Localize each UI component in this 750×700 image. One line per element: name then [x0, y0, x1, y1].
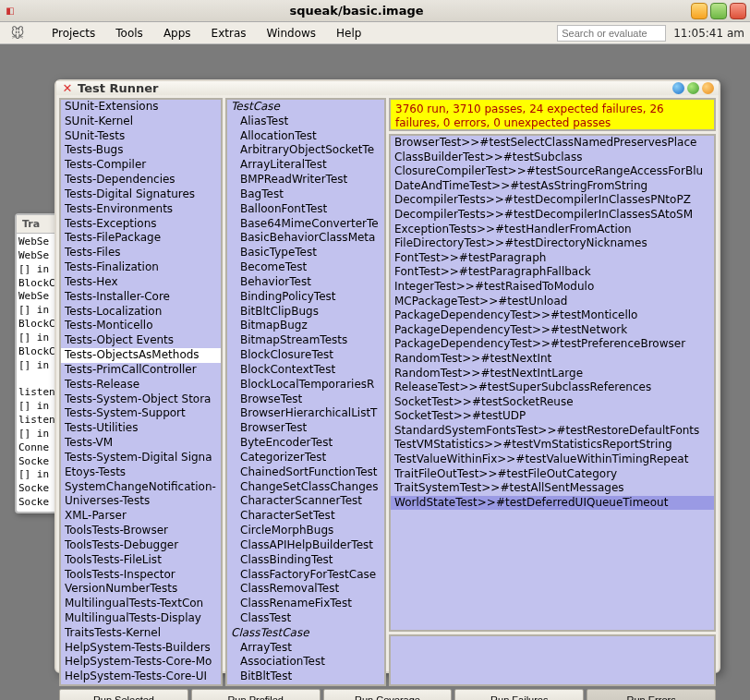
- category-item[interactable]: Tests-Installer-Core: [61, 290, 221, 305]
- class-item[interactable]: BlockLocalTemporariesR: [227, 378, 384, 392]
- class-item[interactable]: BalloonFontTest: [227, 202, 384, 217]
- category-item[interactable]: ToolsTests-Inspector: [61, 568, 221, 583]
- result-item[interactable]: MCPackageTest>>#testUnload: [391, 295, 714, 309]
- category-item[interactable]: Tests-ObjectsAsMethods: [61, 348, 221, 363]
- class-item[interactable]: Base64MimeConverterTe: [227, 217, 384, 232]
- result-item[interactable]: PackageDependencyTest>>#testPreferenceBr…: [391, 337, 714, 352]
- class-item[interactable]: BasicTypeTest: [227, 246, 384, 260]
- category-item[interactable]: Tests-Hex: [61, 275, 221, 290]
- category-item[interactable]: Tests-PrimCallController: [61, 363, 221, 378]
- class-item[interactable]: ChangeSetClassChanges: [227, 480, 384, 495]
- class-item[interactable]: BitmapStreamTests: [227, 333, 384, 348]
- result-item[interactable]: TraitSystemTest>>#testAllSentMessages: [391, 481, 714, 496]
- class-item[interactable]: BehaviorTest: [227, 275, 384, 290]
- menu-tools[interactable]: Tools: [106, 25, 152, 42]
- category-item[interactable]: ToolsTests-FileList: [61, 553, 221, 568]
- class-item[interactable]: ArrayLiteralTest: [227, 158, 384, 173]
- results-list[interactable]: BrowserTest>>#testSelectClassNamedPreser…: [389, 134, 716, 632]
- category-item[interactable]: MultilingualTests-Display: [61, 611, 221, 626]
- category-item[interactable]: SUnit-Kernel: [61, 115, 221, 129]
- class-item[interactable]: ArbitraryObjectSocketTe: [227, 143, 384, 158]
- category-item[interactable]: Tests-System-Object Stora: [61, 392, 221, 407]
- search-input[interactable]: [557, 25, 666, 42]
- maximize-button[interactable]: [710, 3, 727, 19]
- class-group-header[interactable]: TestCase: [227, 100, 384, 115]
- category-item[interactable]: VersionNumberTests: [61, 582, 221, 597]
- category-item[interactable]: Tests-System-Digital Signa: [61, 451, 221, 465]
- close-button[interactable]: [730, 3, 746, 19]
- class-item[interactable]: BagTest: [227, 187, 384, 202]
- class-item[interactable]: BindingPolicyTest: [227, 290, 384, 305]
- result-item[interactable]: ClassBuilderTest>>#testSubclass: [391, 151, 714, 165]
- menu-projects[interactable]: Projects: [42, 25, 104, 42]
- category-item[interactable]: Tests-Utilities: [61, 421, 221, 436]
- class-item[interactable]: BitBltTest: [227, 670, 384, 684]
- class-item[interactable]: CategorizerTest: [227, 451, 384, 465]
- class-item[interactable]: ChainedSortFunctionTest: [227, 465, 384, 480]
- category-item[interactable]: ToolsTests-Debugger: [61, 538, 221, 553]
- class-item[interactable]: AssociationTest: [227, 655, 384, 670]
- class-item[interactable]: BitmapBugz: [227, 319, 384, 333]
- class-item[interactable]: ClassRenameFixTest: [227, 597, 384, 611]
- class-item[interactable]: CharacterScannerTest: [227, 494, 384, 509]
- class-item[interactable]: AliasTest: [227, 115, 384, 129]
- class-item[interactable]: ClassFactoryForTestCase: [227, 568, 384, 583]
- class-item[interactable]: BrowserTest: [227, 421, 384, 436]
- category-item[interactable]: Tests-Files: [61, 246, 221, 260]
- result-item[interactable]: BrowserTest>>#testSelectClassNamedPreser…: [391, 136, 714, 151]
- result-item[interactable]: SocketTest>>#testUDP: [391, 409, 714, 424]
- run-profiled-button[interactable]: Run Profiled: [191, 689, 321, 700]
- class-item[interactable]: ArrayTest: [227, 641, 384, 656]
- result-item[interactable]: TraitFileOutTest>>#testFileOutCategory: [391, 467, 714, 482]
- category-item[interactable]: Tests-Finalization: [61, 260, 221, 275]
- class-item[interactable]: BrowserHierarchicalListT: [227, 406, 384, 421]
- category-item[interactable]: SystemChangeNotification-: [61, 480, 221, 495]
- category-item[interactable]: Tests-System-Support: [61, 406, 221, 421]
- category-item[interactable]: Tests-Exceptions: [61, 217, 221, 232]
- run-coverage-button[interactable]: Run Coverage: [323, 689, 453, 700]
- result-item[interactable]: IntegerTest>>#testRaisedToModulo: [391, 280, 714, 295]
- result-item[interactable]: TestValueWithinFix>>#testValueWithinTimi…: [391, 453, 714, 467]
- class-item[interactable]: CircleMorphBugs: [227, 524, 384, 538]
- class-item[interactable]: BMPReadWriterTest: [227, 173, 384, 187]
- minimize-button[interactable]: [691, 3, 708, 19]
- run-selected-button[interactable]: Run Selected: [59, 689, 188, 700]
- run-failures-button[interactable]: Run Failures: [454, 689, 584, 700]
- squeak-logo-icon[interactable]: 🐭: [6, 25, 30, 42]
- class-item[interactable]: ClassRemovalTest: [227, 582, 384, 597]
- close-icon[interactable]: ✕: [61, 82, 74, 95]
- menu-help[interactable]: Help: [327, 25, 370, 42]
- category-item[interactable]: ToolsTests-Browser: [61, 524, 221, 538]
- run-errors-button[interactable]: Run Errors: [587, 689, 716, 700]
- result-item[interactable]: TestVMStatistics>>#testVmStatisticsRepor…: [391, 438, 714, 453]
- errors-list[interactable]: [389, 634, 716, 686]
- categories-list[interactable]: SUnit-ExtensionsSUnit-KernelSUnit-TestsT…: [61, 100, 221, 684]
- result-item[interactable]: DecompilerTests>>#testDecompilerInClasse…: [391, 193, 714, 208]
- category-item[interactable]: SUnit-Extensions: [61, 100, 221, 115]
- class-item[interactable]: BitBltClipBugs: [227, 305, 384, 320]
- class-item[interactable]: ClassBindingTest: [227, 553, 384, 568]
- result-item[interactable]: RandomTest>>#testNextIntLarge: [391, 367, 714, 381]
- category-item[interactable]: Etoys-Tests: [61, 465, 221, 480]
- result-item[interactable]: DateAndTimeTest>>#testAsStringFromString: [391, 179, 714, 194]
- class-item[interactable]: BasicBehaviorClassMeta: [227, 231, 384, 246]
- result-item[interactable]: PackageDependencyTest>>#testNetwork: [391, 323, 714, 338]
- result-item[interactable]: StandardSystemFontsTest>>#testRestoreDef…: [391, 424, 714, 439]
- class-item[interactable]: ByteEncoderTest: [227, 436, 384, 451]
- menu-windows[interactable]: Windows: [258, 25, 326, 42]
- class-item[interactable]: BrowseTest: [227, 392, 384, 407]
- class-item[interactable]: AllocationTest: [227, 129, 384, 144]
- result-item[interactable]: FontTest>>#testParagraph: [391, 251, 714, 266]
- collapse-icon[interactable]: [687, 82, 699, 94]
- category-item[interactable]: Tests-VM: [61, 436, 221, 451]
- result-item[interactable]: PackageDependencyTest>>#testMonticello: [391, 308, 714, 323]
- category-item[interactable]: Universes-Tests: [61, 494, 221, 509]
- expand-icon[interactable]: [672, 82, 684, 94]
- class-item[interactable]: BlockClosureTest: [227, 348, 384, 363]
- menu-extras[interactable]: Extras: [202, 25, 256, 42]
- class-item[interactable]: ClassAPIHelpBuilderTest: [227, 538, 384, 553]
- category-item[interactable]: MultilingualTests-TextCon: [61, 597, 221, 611]
- class-item[interactable]: BlockContextTest: [227, 363, 384, 378]
- category-item[interactable]: HelpSystem-Tests-Builders: [61, 641, 221, 656]
- category-item[interactable]: Tests-Environments: [61, 202, 221, 217]
